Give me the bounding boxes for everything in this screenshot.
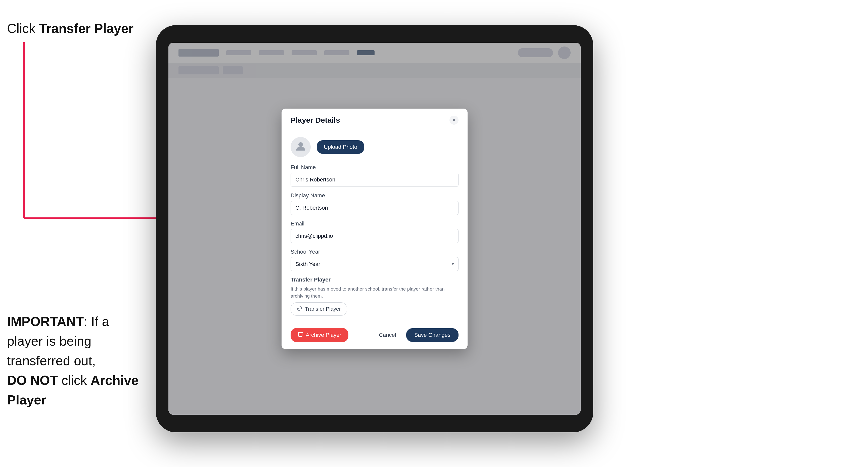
avatar xyxy=(290,137,311,157)
player-details-modal: Player Details × xyxy=(282,108,468,349)
close-icon: × xyxy=(453,117,456,123)
school-year-select[interactable]: Sixth Year First Year Second Year Third … xyxy=(290,257,459,271)
instruction-top: Click Transfer Player xyxy=(7,20,133,37)
email-input[interactable] xyxy=(290,229,459,243)
transfer-section-title: Transfer Player xyxy=(290,277,459,283)
school-year-label: School Year xyxy=(290,249,459,255)
display-name-input[interactable] xyxy=(290,201,459,215)
email-field-group: Email xyxy=(290,220,459,243)
modal-title: Player Details xyxy=(290,116,340,124)
archive-player-button[interactable]: Archive Player xyxy=(290,328,348,342)
full-name-field-group: Full Name xyxy=(290,164,459,187)
display-name-field-group: Display Name xyxy=(290,192,459,215)
transfer-player-button[interactable]: Transfer Player xyxy=(290,302,347,316)
full-name-label: Full Name xyxy=(290,164,459,171)
modal-header: Player Details × xyxy=(282,108,468,130)
full-name-input[interactable] xyxy=(290,173,459,187)
tablet-device: Player Details × xyxy=(156,25,593,432)
modal-body: Upload Photo Full Name Display Name xyxy=(282,130,468,323)
modal-close-button[interactable]: × xyxy=(450,116,459,125)
school-year-field-group: School Year Sixth Year First Year Second… xyxy=(290,249,459,271)
transfer-icon xyxy=(297,306,302,312)
avatar-icon xyxy=(295,141,306,154)
do-not-rest: click xyxy=(58,373,91,387)
footer-right: Cancel Save Changes xyxy=(374,328,459,342)
display-name-label: Display Name xyxy=(290,192,459,199)
transfer-player-section: Transfer Player If this player has moved… xyxy=(290,277,459,316)
instruction-bottom: IMPORTANT: If a player is being transfer… xyxy=(7,312,148,410)
archive-icon xyxy=(298,332,303,339)
svg-rect-4 xyxy=(298,332,303,333)
modal-footer: Archive Player Cancel Save Changes xyxy=(282,323,468,349)
transfer-section-description: If this player has moved to another scho… xyxy=(290,285,459,300)
school-year-select-wrapper: Sixth Year First Year Second Year Third … xyxy=(290,257,459,271)
email-label: Email xyxy=(290,220,459,227)
modal-backdrop: Player Details × xyxy=(168,43,581,415)
instruction-prefix: Click xyxy=(7,21,39,36)
do-not-label: DO NOT xyxy=(7,373,58,387)
avatar-section: Upload Photo xyxy=(290,137,459,157)
instruction-highlight: Transfer Player xyxy=(39,21,133,36)
save-changes-button[interactable]: Save Changes xyxy=(406,328,459,342)
upload-photo-button[interactable]: Upload Photo xyxy=(317,140,364,154)
svg-point-3 xyxy=(299,142,303,147)
important-label: IMPORTANT xyxy=(7,314,84,329)
tablet-screen: Player Details × xyxy=(168,43,581,415)
transfer-player-button-label: Transfer Player xyxy=(305,306,341,312)
cancel-button[interactable]: Cancel xyxy=(374,328,401,342)
archive-player-label: Archive Player xyxy=(306,332,341,338)
